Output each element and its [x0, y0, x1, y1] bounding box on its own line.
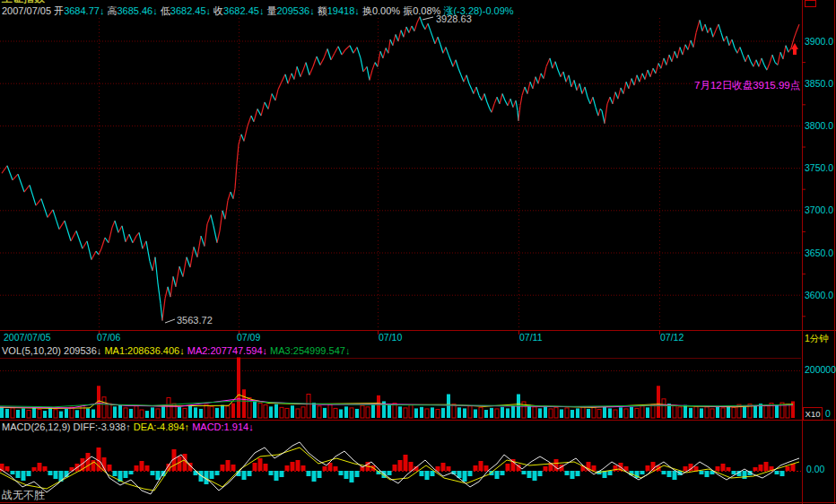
volume-bar — [48, 408, 52, 418]
volume-bar — [716, 406, 719, 418]
macd-hist-bar — [780, 471, 785, 476]
macd-hist-bar — [151, 471, 155, 475]
volume-bar — [700, 408, 703, 418]
volume-bar — [81, 405, 84, 418]
info-segment: 3685.46 — [117, 5, 152, 16]
info-segment: 振 — [403, 5, 413, 16]
info-segment: 额 — [318, 5, 327, 16]
volume-bar — [108, 404, 111, 418]
info-segment: 3682.45 — [170, 5, 206, 16]
info-segment: MACD(26,12,9) — [2, 421, 73, 432]
macd-hist-bar — [447, 466, 451, 471]
volume-bar — [113, 406, 117, 418]
volume-bar — [630, 407, 633, 418]
macd-hist-bar — [753, 467, 758, 471]
volume-bar — [22, 408, 25, 418]
macd-hist-bar — [135, 465, 139, 471]
macd-hist-bar — [280, 471, 284, 477]
macd-hist-bar — [501, 471, 505, 475]
volume-bar — [447, 395, 450, 419]
info-segment: ↓ — [179, 345, 187, 356]
volume-bar — [409, 405, 413, 418]
volume-bar — [570, 410, 574, 418]
volume-bar — [16, 410, 20, 418]
macd-hist-bar — [640, 471, 645, 474]
volume-bar — [129, 409, 133, 418]
macd-hist-bar — [221, 465, 225, 471]
volume-bar — [242, 389, 246, 418]
macd-hist-bar — [592, 465, 597, 471]
volume-bar — [258, 404, 262, 418]
volume-bar — [339, 409, 343, 418]
volume-bar — [355, 409, 359, 418]
macd-hist-bar — [312, 471, 317, 482]
macd-hist-bar — [673, 471, 677, 480]
volume-bar — [533, 407, 536, 418]
volume-bar — [237, 357, 240, 418]
info-segment: MA2:207747.594 — [187, 345, 263, 356]
volume-bar — [705, 407, 709, 418]
volume-bar — [468, 406, 472, 418]
volume-bar — [646, 407, 649, 418]
x-axis-date-label: 07/06 — [97, 333, 120, 343]
volume-bar — [27, 411, 30, 418]
volume-bar — [167, 397, 170, 418]
macd-hist-bar — [662, 471, 666, 474]
volume-bar — [377, 395, 380, 418]
volume-bar — [296, 409, 300, 418]
macd-hist-bar — [393, 465, 397, 471]
volume-bar — [188, 405, 192, 418]
volume-bar — [226, 406, 230, 418]
volume-bar — [694, 406, 698, 418]
info-segment: 收 — [213, 5, 223, 16]
volume-bar — [221, 405, 224, 418]
macd-hist-bar — [431, 471, 435, 476]
y-axis-label: 3900.0 — [805, 37, 833, 47]
macd-indicator-header[interactable]: MACD(26,12,9) DIFF:-3.938↑ DEA:-4.894↑ M… — [2, 421, 254, 432]
x-axis-date-label: 07/10 — [379, 333, 402, 343]
volume-bar — [183, 408, 187, 418]
scroll-indicator-box[interactable] — [805, 0, 816, 7]
volume-bar — [318, 406, 321, 418]
macd-hist-bar — [334, 466, 338, 471]
macd-hist-bar — [479, 461, 483, 471]
volume-bar — [205, 404, 208, 418]
volume-bar — [753, 406, 757, 418]
low-price-annotation: 3563.72 — [177, 315, 213, 326]
macd-hist-bar — [608, 471, 613, 475]
macd-hist-bar — [291, 462, 295, 471]
macd-hist-bar — [684, 466, 688, 471]
volume-bar — [307, 395, 310, 419]
macd-hist-bar — [786, 466, 790, 471]
x-axis-date-label: 07/12 — [660, 333, 684, 343]
volume-bar — [0, 407, 4, 418]
macd-hist-bar — [108, 465, 112, 471]
macd-hist-bar — [775, 471, 779, 474]
volume-bar — [420, 407, 423, 418]
volume-bar — [65, 409, 68, 418]
volume-multiplier-badge: X10 — [803, 407, 823, 421]
macd-hist-bar — [269, 471, 274, 475]
volume-bar — [710, 409, 714, 418]
info-segment: ↑ — [185, 421, 193, 432]
volume-bar — [215, 408, 219, 418]
volume-bar — [393, 404, 396, 418]
macd-hist-bar — [646, 465, 650, 471]
info-segment: 高 — [107, 5, 117, 16]
volume-bar — [404, 408, 407, 418]
volume-bar — [490, 408, 493, 418]
volume-bar — [140, 410, 144, 418]
macd-hist-bar — [323, 466, 327, 471]
macd-hist-bar — [22, 471, 26, 481]
info-segment: ↓ — [354, 5, 362, 16]
macd-hist-bar — [301, 465, 306, 471]
volume-bar — [323, 408, 327, 418]
macd-hist-bar — [565, 471, 570, 475]
period-label[interactable]: 1分钟 — [805, 333, 829, 343]
volume-indicator-header[interactable]: VOL(5,10,20) 209536↓ MA1:208636.406↓ MA2… — [2, 345, 350, 356]
volume-bar — [619, 407, 623, 418]
volume-bar — [560, 409, 563, 418]
macd-hist-bar — [318, 471, 322, 478]
volume-bar — [285, 408, 289, 418]
volume-bar — [248, 397, 251, 418]
